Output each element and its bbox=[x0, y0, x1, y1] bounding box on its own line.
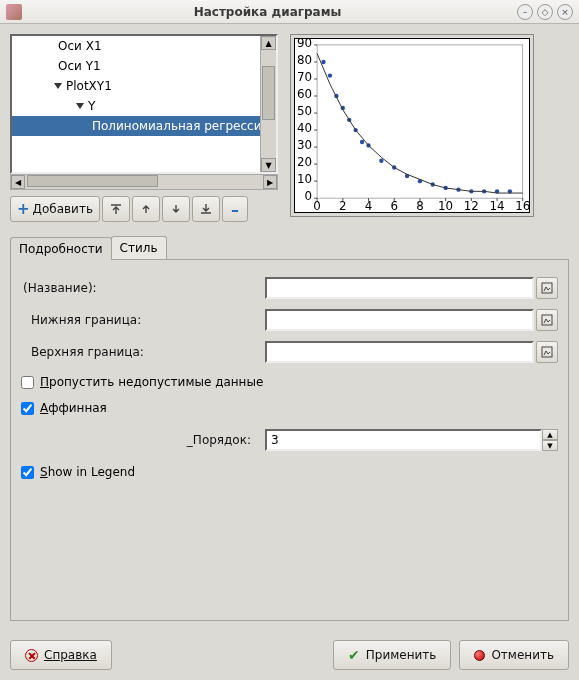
svg-text:60: 60 bbox=[297, 87, 312, 101]
tab-details[interactable]: Подробности bbox=[10, 237, 112, 260]
tree-item[interactable]: Y bbox=[12, 96, 260, 116]
scroll-up-icon[interactable]: ▲ bbox=[261, 36, 276, 50]
move-bottom-button[interactable] bbox=[192, 196, 220, 222]
remove-button[interactable]: – bbox=[222, 196, 248, 222]
scroll-hthumb[interactable] bbox=[27, 175, 158, 187]
move-down-button[interactable] bbox=[162, 196, 190, 222]
scroll-left-icon[interactable]: ◀ bbox=[11, 175, 25, 189]
tree-item-label: Y bbox=[88, 99, 95, 113]
tree-item-label: Оси Y1 bbox=[58, 59, 101, 73]
help-button-label: Справка bbox=[44, 648, 97, 662]
order-spinner[interactable]: 3 bbox=[265, 429, 542, 451]
svg-text:4: 4 bbox=[365, 199, 373, 212]
tab-details-label: Подробности bbox=[19, 242, 103, 256]
minimize-icon[interactable]: – bbox=[517, 4, 533, 20]
tree-hscrollbar[interactable]: ◀ ▶ bbox=[10, 174, 278, 190]
svg-point-39 bbox=[321, 60, 325, 64]
lower-input[interactable] bbox=[265, 309, 534, 331]
spin-up-icon[interactable]: ▲ bbox=[542, 429, 558, 440]
skip-invalid-label: Пропустить недопустимые данные bbox=[40, 375, 263, 389]
move-up-button[interactable] bbox=[132, 196, 160, 222]
apply-button[interactable]: ✔ Применить bbox=[333, 640, 451, 670]
minus-icon: – bbox=[231, 200, 239, 219]
tree-vscrollbar[interactable]: ▲ ▼ bbox=[260, 36, 276, 172]
svg-text:50: 50 bbox=[297, 104, 312, 118]
picker-icon bbox=[541, 314, 553, 326]
tab-style-label: Стиль bbox=[120, 241, 158, 255]
spin-down-icon[interactable]: ▼ bbox=[542, 440, 558, 451]
tab-style[interactable]: Стиль bbox=[111, 236, 167, 259]
lower-label: Нижняя граница: bbox=[21, 313, 265, 327]
lower-picker-button[interactable] bbox=[536, 309, 558, 331]
name-picker-button[interactable] bbox=[536, 277, 558, 299]
skip-invalid-checkbox[interactable] bbox=[21, 376, 34, 389]
name-label: (Название): bbox=[21, 281, 265, 295]
svg-text:16: 16 bbox=[515, 199, 529, 212]
svg-text:2: 2 bbox=[339, 199, 347, 212]
help-button[interactable]: Справка bbox=[10, 640, 112, 670]
svg-point-40 bbox=[328, 73, 332, 77]
apply-button-label: Применить bbox=[366, 648, 437, 662]
order-label: _Порядок: bbox=[21, 433, 265, 447]
svg-text:40: 40 bbox=[297, 121, 312, 135]
arrow-bottom-icon bbox=[199, 202, 213, 216]
help-icon bbox=[25, 649, 38, 662]
tree-item[interactable]: Оси X1 bbox=[12, 36, 260, 56]
svg-text:8: 8 bbox=[416, 199, 424, 212]
add-button-label: Добавить bbox=[33, 202, 93, 216]
show-legend-label: Show in Legend bbox=[40, 465, 135, 479]
svg-text:10: 10 bbox=[438, 199, 453, 212]
order-value: 3 bbox=[271, 433, 279, 447]
svg-text:12: 12 bbox=[464, 199, 479, 212]
upper-label: Верхняя граница: bbox=[21, 345, 265, 359]
affine-label: Аффинная bbox=[40, 401, 107, 415]
object-tree[interactable]: Оси X1Оси Y1PlotXY1YПолиномиальная регре… bbox=[10, 34, 278, 174]
tree-item[interactable]: Полиномиальная регрессия bbox=[12, 116, 260, 136]
tree-item-label: PlotXY1 bbox=[66, 79, 112, 93]
svg-text:6: 6 bbox=[390, 199, 398, 212]
svg-point-47 bbox=[379, 159, 383, 163]
svg-text:14: 14 bbox=[489, 199, 504, 212]
upper-picker-button[interactable] bbox=[536, 341, 558, 363]
svg-text:0: 0 bbox=[313, 199, 321, 212]
plus-icon: + bbox=[17, 200, 30, 218]
expander-icon[interactable] bbox=[54, 83, 62, 89]
arrow-up-icon bbox=[139, 202, 153, 216]
upper-input[interactable] bbox=[265, 341, 534, 363]
picker-icon bbox=[541, 346, 553, 358]
scroll-right-icon[interactable]: ▶ bbox=[263, 175, 277, 189]
add-button[interactable]: + Добавить bbox=[10, 196, 100, 222]
arrow-top-icon bbox=[109, 202, 123, 216]
svg-text:10: 10 bbox=[297, 172, 312, 186]
tree-item-label: Полиномиальная регрессия bbox=[92, 119, 260, 133]
maximize-icon[interactable]: ◇ bbox=[537, 4, 553, 20]
scroll-down-icon[interactable]: ▼ bbox=[261, 158, 276, 172]
move-top-button[interactable] bbox=[102, 196, 130, 222]
window-title: Настройка диаграмы bbox=[22, 5, 513, 19]
expander-icon[interactable] bbox=[76, 103, 84, 109]
show-legend-checkbox[interactable] bbox=[21, 466, 34, 479]
stop-icon bbox=[474, 650, 485, 661]
svg-text:80: 80 bbox=[297, 53, 312, 67]
affine-checkbox[interactable] bbox=[21, 402, 34, 415]
svg-text:20: 20 bbox=[297, 155, 312, 169]
svg-text:70: 70 bbox=[297, 70, 312, 84]
chart-preview: 02468101214160102030405060708090 bbox=[290, 34, 534, 217]
tree-item[interactable]: PlotXY1 bbox=[12, 76, 260, 96]
cancel-button[interactable]: Отменить bbox=[459, 640, 569, 670]
svg-text:0: 0 bbox=[305, 189, 313, 203]
svg-text:30: 30 bbox=[297, 138, 312, 152]
cancel-button-label: Отменить bbox=[491, 648, 554, 662]
app-icon bbox=[6, 4, 22, 20]
svg-text:90: 90 bbox=[297, 39, 312, 50]
svg-point-45 bbox=[360, 140, 364, 144]
name-input[interactable] bbox=[265, 277, 534, 299]
close-icon[interactable]: × bbox=[557, 4, 573, 20]
check-icon: ✔ bbox=[348, 647, 360, 663]
scroll-thumb[interactable] bbox=[262, 66, 275, 120]
picker-icon bbox=[541, 282, 553, 294]
tree-item-label: Оси X1 bbox=[58, 39, 102, 53]
tree-item[interactable]: Оси Y1 bbox=[12, 56, 260, 76]
arrow-down-icon bbox=[169, 202, 183, 216]
